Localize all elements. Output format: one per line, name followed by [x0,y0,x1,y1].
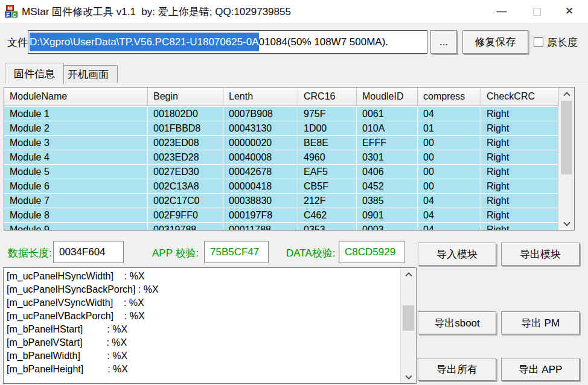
table-cell: 00042678 [223,165,298,179]
scroll-up-icon[interactable] [559,88,574,99]
tab-boot-screen[interactable]: 开机画面 [59,65,118,83]
app-checksum-label: APP 校验: [152,246,199,260]
table-header: ModuleNameBeginLenthCRC16MoudleIDcompres… [4,88,558,106]
file-path-input[interactable]: D:\Xgpro\UserData\TP.V56.PC821-U18070625… [28,30,427,54]
panel-parameter-log[interactable]: [m_ucPanelHSyncWidth] : %X[m_ucPanelHSyn… [3,267,417,384]
table-cell: BE8E [298,136,357,150]
table-cell: 00011788 [223,223,298,230]
table-row[interactable]: Module 2001FBBD8000431301D00010A01Right [4,121,558,136]
checkbox-box-icon [534,37,543,47]
table-cell: Right [481,223,558,230]
table-cell: Module 2 [4,121,148,135]
table-cell: 00 [418,165,481,179]
table-cell: Right [481,194,558,208]
table-cell: 0385 [357,194,418,208]
log-scroll-down-icon[interactable] [401,372,416,383]
column-header[interactable]: CheckCRC [481,88,558,106]
export-sboot-button[interactable]: 导出sboot [418,311,496,334]
table-cell: 01 [418,121,481,135]
column-header[interactable]: compress [418,88,481,106]
original-length-checkbox[interactable]: 原长度 [534,35,578,49]
data-checksum-label: DATA校验: [286,246,336,260]
table-cell: 1D00 [298,121,357,135]
table-cell: CB5F [298,179,357,193]
import-module-button[interactable]: 导入模块 [418,243,496,266]
table-cell: 010A [357,121,418,135]
table-cell: 00319788 [148,223,223,230]
data-checksum-value[interactable]: C8CD5929 [339,241,405,263]
table-row[interactable]: Module 1001802D00007B908975F006104Right [4,107,558,121]
table-cell: 4960 [298,150,357,164]
data-length-label: 数据长度: [8,246,52,260]
table-cell: Module 9 [4,223,148,230]
app-checksum-value[interactable]: 75B5CF47 [204,241,269,263]
export-module-button[interactable]: 导出模块 [501,243,580,266]
table-cell: Module 3 [4,136,148,150]
table-cell: 000197F8 [223,208,298,222]
export-pm-button[interactable]: 导出 PM [501,311,580,334]
table-cell: Module 1 [4,107,148,121]
table-cell: Module 5 [4,165,148,179]
maximize-button[interactable] [523,0,551,23]
table-cell: 0353 [298,223,357,230]
minimize-button[interactable]: — [488,0,516,23]
table-body: Module 1001802D00007B908975F006104RightM… [4,107,558,230]
table-cell: 0003 [357,223,418,230]
data-length-value[interactable]: 0034F604 [53,241,124,263]
app-icon: MFC [5,5,18,18]
table-cell: Module 7 [4,194,148,208]
close-button[interactable]: ✕ [555,0,583,23]
table-cell: EAF5 [298,165,357,179]
column-header[interactable]: MoudleID [357,88,418,106]
table-row[interactable]: Module 30023ED0800000020BE8EEFFF00Right [4,136,558,150]
log-line: [m_ucPanelHSyncBackPorch] : %X [4,283,400,296]
table-cell: 002F9FF0 [148,208,223,222]
table-row[interactable]: Module 50027ED3000042678EAF5040600Right [4,165,558,179]
column-header[interactable]: ModuleName [4,88,148,106]
table-cell: Right [481,136,558,150]
repair-save-button[interactable]: 修复保存 [462,30,528,54]
module-table: ModuleNameBeginLenthCRC16MoudleIDcompres… [4,87,575,231]
table-cell: 0007B908 [223,107,298,121]
log-scroll-up-icon[interactable] [401,268,416,279]
table-scrollbar-thumb[interactable] [561,101,572,174]
log-scrollbar-thumb[interactable] [403,305,414,331]
table-cell: Right [481,150,558,164]
column-header[interactable]: CRC16 [298,88,357,106]
export-app-button[interactable]: 导出 APP [501,358,580,381]
table-cell: Module 4 [4,150,148,164]
table-row[interactable]: Module 7002C17C000038830212F038504Right [4,194,558,208]
table-cell: 002C13A8 [148,179,223,193]
tab-firmware-info[interactable]: 固件信息 [5,63,64,84]
table-cell: 975F [298,107,357,121]
table-row[interactable]: Module 900319788000117880353000304Right [4,223,558,230]
table-cell: 0027ED30 [148,165,223,179]
table-vertical-scrollbar[interactable] [558,88,574,230]
table-cell: EFFF [357,136,418,150]
log-lines: [m_ucPanelHSyncWidth] : %X[m_ucPanelHSyn… [4,270,400,383]
export-all-button[interactable]: 导出所有 [418,358,496,381]
log-line: [m_bPanelHStart] : %X [4,323,400,336]
file-path-rest-text: 01084(50% 108W7 500MA). [259,36,389,48]
table-cell: Module 6 [4,179,148,193]
log-line: [m_bPanelHeight] : %X [4,363,400,376]
log-vertical-scrollbar[interactable] [400,268,416,383]
table-cell: 0452 [357,179,418,193]
table-cell: Right [481,107,558,121]
table-cell: 00 [418,150,481,164]
table-cell: Right [481,208,558,222]
table-cell: 002C17C0 [148,194,223,208]
scroll-down-icon[interactable] [559,218,574,230]
table-cell: 0301 [357,150,418,164]
browse-button[interactable]: ... [430,30,457,54]
column-header[interactable]: Begin [148,88,223,106]
table-cell: 00 [418,179,481,193]
column-header[interactable]: Lenth [223,88,298,106]
table-row[interactable]: Module 8002F9FF0000197F8C462090104Right [4,208,558,223]
table-cell: 001FBBD8 [148,121,223,135]
table-cell: 04 [418,194,481,208]
table-row[interactable]: Module 6002C13A800000418CB5F045200Right [4,179,558,194]
table-row[interactable]: Module 40023ED28000400084960030100Right [4,150,558,165]
table-cell: Right [481,121,558,135]
window-title: MStar 固件修改工具 v1.1 by: 爱上你是错; QQ:10297398… [22,5,291,19]
